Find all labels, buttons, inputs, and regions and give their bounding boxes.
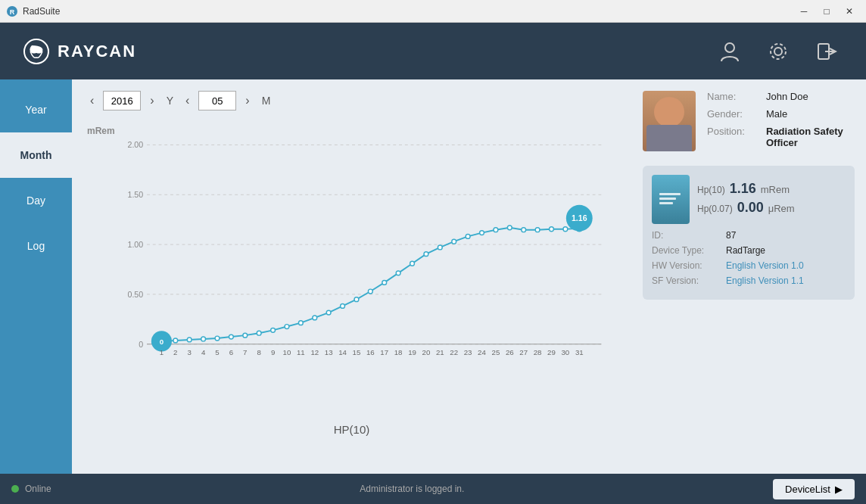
svg-text:23: 23 [464, 348, 472, 356]
svg-point-41 [466, 235, 470, 239]
sidebar-item-month[interactable]: Month [0, 132, 72, 178]
minimize-button[interactable]: ─ [793, 3, 815, 20]
svg-text:15: 15 [353, 348, 361, 356]
gender-value: Male [766, 108, 787, 120]
svg-text:0.50: 0.50 [127, 290, 143, 299]
device-type-value: RadTarge [726, 245, 765, 256]
name-value: John Doe [766, 91, 808, 102]
avatar [643, 91, 696, 151]
device-sf-label: SF Version: [652, 275, 720, 286]
profile-name-row: Name: John Doe [707, 91, 855, 102]
svg-text:27: 27 [519, 348, 528, 356]
svg-point-29 [298, 321, 303, 325]
right-panel: Name: John Doe Gender: Male Position: Ra… [631, 79, 866, 474]
profile-info: Name: John Doe Gender: Male Position: Ra… [707, 91, 855, 154]
chart-container: mRem 2.00 1.50 1.00 0.50 0 [87, 118, 616, 443]
sidebar-item-log[interactable]: Log [0, 223, 72, 269]
svg-text:16: 16 [366, 348, 375, 356]
svg-text:1.50: 1.50 [127, 190, 143, 199]
svg-text:9: 9 [271, 348, 275, 356]
user-icon[interactable] [713, 35, 746, 68]
logout-icon[interactable] [810, 35, 843, 68]
svg-point-23 [215, 336, 220, 341]
device-readings: Hp(10) 1.16 mRem Hp(0.07) 0.00 μRem [697, 181, 795, 219]
status-text: Online [25, 484, 51, 494]
year-prev-button[interactable]: ‹ [87, 92, 97, 109]
settings-icon[interactable] [762, 35, 795, 68]
svg-text:11: 11 [297, 348, 305, 356]
sidebar: Year Month Day Log [0, 79, 72, 474]
app-title: RadSuite [23, 6, 60, 17]
hp07-reading-row: Hp(0.07) 0.00 μRem [697, 200, 795, 216]
hp10-label: Hp(10) [697, 185, 725, 195]
svg-point-47 [550, 227, 554, 232]
header: RAYCAN [0, 23, 866, 79]
svg-text:29: 29 [547, 348, 556, 356]
svg-point-20 [173, 338, 178, 343]
device-line-2 [659, 198, 676, 200]
svg-point-33 [354, 297, 359, 302]
svg-point-5 [771, 44, 786, 59]
hp10-value: 1.16 [730, 181, 756, 197]
profile-position-row: Position: Radiation Safety Officer [707, 126, 855, 148]
svg-text:19: 19 [408, 348, 416, 356]
name-label: Name: [707, 91, 760, 102]
sidebar-item-year[interactable]: Year [0, 87, 72, 132]
svg-text:31: 31 [575, 348, 584, 356]
month-input[interactable] [198, 91, 236, 110]
device-list-button[interactable]: DeviceList ▶ [773, 479, 855, 499]
device-id-label: ID: [652, 230, 720, 241]
y-axis-label: mRem [87, 126, 115, 136]
svg-point-36 [396, 271, 400, 275]
svg-text:7: 7 [243, 348, 247, 356]
month-next-button[interactable]: › [242, 92, 252, 109]
svg-text:1: 1 [160, 348, 164, 356]
svg-point-31 [326, 310, 331, 315]
svg-point-38 [424, 252, 428, 257]
avatar-body [646, 125, 692, 151]
svg-text:1.00: 1.00 [127, 240, 143, 249]
footer: Online Administrator is logged in. Devic… [0, 474, 866, 504]
sidebar-item-day[interactable]: Day [0, 178, 72, 223]
close-button[interactable]: ✕ [839, 3, 860, 20]
svg-point-46 [535, 228, 540, 232]
app: RAYCAN [0, 23, 866, 504]
month-prev-button[interactable]: ‹ [182, 92, 192, 109]
svg-text:10: 10 [283, 348, 291, 356]
svg-point-35 [382, 281, 387, 285]
svg-text:25: 25 [492, 348, 500, 356]
svg-text:2.00: 2.00 [127, 141, 143, 149]
svg-text:0: 0 [160, 338, 164, 346]
maximize-button[interactable]: □ [816, 3, 837, 20]
device-type-row: Device Type: RadTarge [652, 245, 846, 256]
year-input[interactable] [103, 91, 141, 110]
header-actions [713, 35, 843, 68]
svg-text:13: 13 [325, 348, 333, 356]
svg-point-25 [243, 333, 248, 338]
device-sf-row: SF Version: English Version 1.1 [652, 275, 846, 286]
year-next-button[interactable]: › [147, 92, 157, 109]
position-value: Radiation Safety Officer [766, 126, 855, 148]
hp10-unit: mRem [761, 184, 790, 195]
svg-point-30 [313, 316, 317, 320]
svg-text:24: 24 [478, 348, 486, 356]
month-label: M [262, 95, 271, 107]
svg-point-27 [271, 328, 276, 332]
svg-text:22: 22 [450, 348, 458, 356]
device-card-lines [659, 193, 682, 207]
svg-point-48 [563, 227, 568, 232]
device-hw-label: HW Version: [652, 260, 720, 271]
titlebar-controls: ─ □ ✕ [793, 3, 860, 20]
device-section: Hp(10) 1.16 mRem Hp(0.07) 0.00 μRem ID: … [643, 166, 855, 300]
svg-point-28 [285, 325, 289, 329]
device-hw-row: HW Version: English Version 1.0 [652, 260, 846, 271]
svg-point-40 [452, 239, 456, 244]
svg-text:R: R [10, 8, 15, 16]
chart-controls: ‹ › Y ‹ › M [87, 91, 616, 110]
device-line-3 [659, 202, 673, 204]
svg-point-4 [774, 48, 782, 55]
device-sf-value: English Version 1.1 [726, 275, 804, 286]
status-dot [11, 485, 19, 493]
svg-point-24 [229, 334, 233, 339]
svg-point-44 [507, 226, 512, 230]
